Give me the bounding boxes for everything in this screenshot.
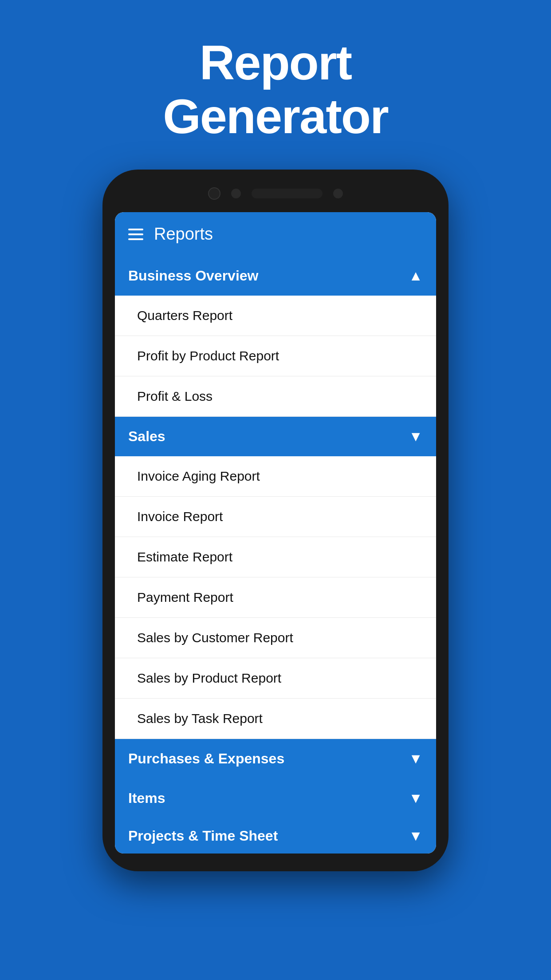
chevron-purchases-icon: ▼ — [409, 751, 423, 767]
phone-top-bar — [115, 183, 436, 204]
section-sales[interactable]: Sales ▼ — [115, 417, 436, 456]
section-items[interactable]: Items ▼ — [115, 778, 436, 818]
section-projects-timesheet-label: Projects & Time Sheet — [128, 828, 278, 844]
sales-by-customer-label: Sales by Customer Report — [137, 630, 293, 645]
camera-right — [231, 189, 241, 198]
list-item-sales-by-task[interactable]: Sales by Task Report — [115, 699, 436, 739]
list-item-sales-by-customer[interactable]: Sales by Customer Report — [115, 618, 436, 658]
sales-by-product-label: Sales by Product Report — [137, 671, 281, 686]
payment-report-label: Payment Report — [137, 590, 233, 605]
camera-left — [208, 187, 220, 200]
speaker-bar — [252, 189, 323, 198]
quarters-report-label: Quarters Report — [137, 308, 232, 323]
hamburger-icon[interactable] — [128, 229, 143, 240]
section-business-overview[interactable]: Business Overview ▲ — [115, 256, 436, 296]
profit-by-product-label: Profit by Product Report — [137, 348, 279, 364]
list-item-profit-loss[interactable]: Profit & Loss — [115, 376, 436, 417]
list-item-payment-report[interactable]: Payment Report — [115, 577, 436, 618]
chevron-up-icon: ▲ — [409, 268, 423, 284]
list-item-profit-by-product[interactable]: Profit by Product Report — [115, 336, 436, 376]
list-item-sales-by-product[interactable]: Sales by Product Report — [115, 658, 436, 699]
chevron-down-icon: ▼ — [409, 428, 423, 445]
invoice-report-label: Invoice Report — [137, 509, 223, 524]
invoice-aging-label: Invoice Aging Report — [137, 469, 260, 484]
section-purchases-expenses[interactable]: Purchases & Expenses ▼ — [115, 739, 436, 778]
section-projects-timesheet[interactable]: Projects & Time Sheet ▼ — [115, 818, 436, 854]
list-item-estimate-report[interactable]: Estimate Report — [115, 537, 436, 577]
profit-loss-label: Profit & Loss — [137, 389, 213, 404]
phone-shell: Reports Business Overview ▲ Quarters Rep… — [102, 170, 449, 871]
section-purchases-expenses-label: Purchases & Expenses — [128, 751, 284, 767]
list-item-invoice-aging[interactable]: Invoice Aging Report — [115, 456, 436, 497]
phone-screen: Reports Business Overview ▲ Quarters Rep… — [115, 212, 436, 854]
list-item-invoice-report[interactable]: Invoice Report — [115, 497, 436, 537]
app-header-title: Reports — [154, 225, 213, 244]
list-item-quarters-report[interactable]: Quarters Report — [115, 296, 436, 336]
section-business-overview-label: Business Overview — [128, 268, 258, 284]
section-sales-label: Sales — [128, 428, 165, 445]
chevron-projects-icon: ▼ — [409, 828, 423, 844]
section-items-label: Items — [128, 790, 165, 806]
sales-by-task-label: Sales by Task Report — [137, 711, 263, 726]
chevron-items-icon: ▼ — [409, 790, 423, 806]
estimate-report-label: Estimate Report — [137, 549, 232, 565]
page-title: Report Generator — [163, 36, 388, 143]
app-header: Reports — [115, 212, 436, 256]
sensor-dot — [333, 189, 343, 198]
